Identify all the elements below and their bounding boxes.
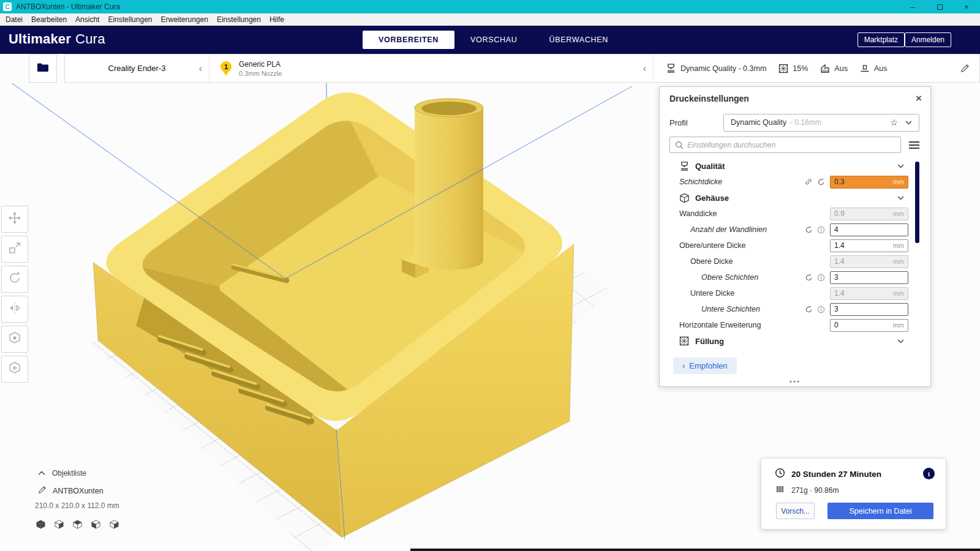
collapse-chevron-icon[interactable]: ‹ (643, 64, 646, 73)
setting-value-obere-dicke[interactable]: 1.4mm (830, 255, 908, 268)
revert-icon[interactable] (805, 274, 813, 282)
rotate-tool[interactable] (1, 266, 28, 293)
printer-name: Creality Ender-3 (108, 64, 166, 73)
setting-value-untere-schichten[interactable]: 3 (830, 303, 908, 316)
infill-icon (778, 64, 788, 73)
setting-value-obere-schichten[interactable]: 3 (830, 271, 908, 284)
close-window-button[interactable]: × (953, 0, 980, 13)
summary-profile: Dynamic Quality - 0.3mm (680, 64, 766, 73)
tool-column (1, 206, 29, 386)
revert-icon[interactable] (817, 178, 825, 186)
settings-category-fullung[interactable]: Füllung (660, 333, 930, 349)
object-dimensions: 210.0 x 210.0 x 112.0 mm (35, 501, 119, 510)
signin-button[interactable]: Anmelden (905, 32, 951, 47)
star-icon[interactable]: ☆ (890, 118, 898, 127)
print-setup-summary[interactable]: Dynamic Quality - 0.3mm 15% Aus Aus (654, 54, 979, 82)
top-view-button[interactable] (72, 519, 83, 532)
menu-item-erweiterungen-4[interactable]: Erweiterungen (156, 15, 212, 24)
edit-icon[interactable] (960, 64, 970, 73)
profile-value: Dynamic Quality (731, 118, 786, 127)
menu-item-ansicht-2[interactable]: Ansicht (71, 15, 104, 24)
left-view-button[interactable] (91, 519, 101, 532)
material-selector[interactable]: 1 Generic PLA 0.3mm Nozzle ‹ (209, 54, 654, 82)
setting-row-horizontale-erweiterung: Horizontale Erweiterung0mm (660, 317, 930, 333)
settings-category-gehause[interactable]: Gehäuse (660, 190, 930, 206)
info-icon[interactable] (817, 305, 825, 313)
print-settings-panel: Druckeinstellungen × Profil Dynamic Qual… (659, 86, 931, 387)
info-icon[interactable]: i (923, 468, 935, 479)
material-name: Generic PLA (239, 60, 282, 69)
menu-item-einstellungen-5[interactable]: Einstellungen (213, 15, 265, 24)
revert-icon[interactable] (805, 305, 813, 313)
minimize-button[interactable]: – (899, 0, 926, 13)
save-to-file-button[interactable]: Speichern in Datei (827, 503, 933, 519)
close-icon[interactable]: × (916, 92, 922, 105)
move-tool[interactable] (1, 206, 28, 233)
chevron-down-icon[interactable] (897, 339, 904, 343)
panel-drag-handle[interactable]: ••• (790, 378, 801, 386)
setting-value-horizontale-erweiterung[interactable]: 0mm (830, 319, 908, 332)
revert-icon[interactable] (805, 226, 813, 234)
right-view-button[interactable] (109, 519, 119, 532)
search-input[interactable] (670, 141, 900, 149)
menu-icon[interactable] (909, 141, 919, 149)
app-icon: C (3, 2, 12, 11)
marketplace-button[interactable]: Marktplatz (858, 32, 905, 47)
printer-selector[interactable]: Creality Ender-3 ‹ (65, 54, 209, 82)
info-icon[interactable] (817, 226, 825, 234)
setting-value-obere-untere-dicke[interactable]: 1.4mm (830, 239, 908, 252)
settings-category-qualitat[interactable]: Qualität (660, 158, 930, 174)
recommended-mode-button[interactable]: ‹ Empfohlen (673, 358, 737, 374)
scrollbar[interactable] (915, 162, 919, 347)
object-name-row[interactable]: ANTBOXunten (38, 485, 104, 496)
setting-value-anzahl-der-wandlinien[interactable]: 4 (830, 223, 908, 236)
menu-item-einstellungen-3[interactable]: Einstellungen (104, 15, 156, 24)
per-model-settings-tool[interactable] (1, 326, 28, 353)
setting-value-wanddicke[interactable]: 0.9mm (830, 208, 908, 220)
mirror-tool[interactable] (1, 296, 28, 323)
profile-dropdown[interactable]: Dynamic Quality - 0.16mm ☆ (723, 114, 919, 132)
summary-adhesion: Aus (874, 64, 888, 73)
link-icon[interactable] (804, 178, 813, 186)
chevron-down-icon (905, 121, 912, 125)
setting-value-schichtdicke[interactable]: 0.3mm (830, 176, 908, 189)
search-icon (675, 141, 684, 149)
setting-value-untere-dicke[interactable]: 1.4mm (830, 287, 908, 300)
material-usage: 271g · 90.86m (791, 486, 839, 495)
object-list-label: Objektliste (52, 469, 86, 478)
panel-title: Druckeinstellungen (669, 94, 749, 103)
chevron-down-icon[interactable] (897, 164, 904, 168)
chevron-down-icon[interactable] (897, 196, 904, 200)
object-list-toggle[interactable]: Objektliste (38, 469, 86, 478)
menu-item-bearbeiten-1[interactable]: Bearbeiten (27, 15, 71, 24)
chevron-left-icon: ‹ (682, 361, 685, 370)
quality-icon (666, 63, 676, 73)
setting-row-obere-dicke: Obere Dicke1.4mm (660, 253, 930, 269)
infill-icon (679, 336, 695, 346)
setting-row-obere-schichten: Obere Schichten3 (660, 269, 930, 285)
scale-tool[interactable] (1, 236, 28, 263)
titlebar: C ANTBOXunten - Ultimaker Cura – × (0, 0, 980, 13)
preview-button[interactable]: Vorsch... (776, 503, 815, 519)
tab-uberwachen[interactable]: ÜBERWACHEN (533, 31, 624, 49)
tab-vorschau[interactable]: VORSCHAU (454, 31, 533, 49)
menu-item-datei-0[interactable]: Datei (1, 15, 27, 24)
maximize-button[interactable] (926, 0, 953, 13)
3d-view-button[interactable] (36, 519, 46, 532)
main-header: UltimakerCura VORBEREITENVORSCHAUÜBERWAC… (0, 26, 980, 54)
open-file-button[interactable] (29, 54, 57, 83)
shell-icon (679, 193, 695, 203)
maximize-icon (937, 4, 943, 10)
support-blocker-tool[interactable] (1, 356, 28, 383)
collapse-chevron-icon[interactable]: ‹ (199, 64, 202, 73)
tab-vorbereiten[interactable]: VORBEREITEN (363, 31, 454, 49)
configuration-bar: Creality Ender-3 ‹ 1 Generic PLA 0.3mm N… (0, 54, 980, 83)
front-view-button[interactable] (54, 519, 64, 532)
menu-item-hilfe-6[interactable]: Hilfe (265, 15, 288, 24)
profile-label: Profil (669, 118, 723, 127)
scrollbar-thumb[interactable] (915, 162, 919, 243)
model-antboxunten[interactable] (93, 92, 574, 538)
settings-search[interactable] (669, 137, 901, 153)
info-icon[interactable] (817, 274, 825, 282)
viewport-3d[interactable] (0, 83, 658, 551)
